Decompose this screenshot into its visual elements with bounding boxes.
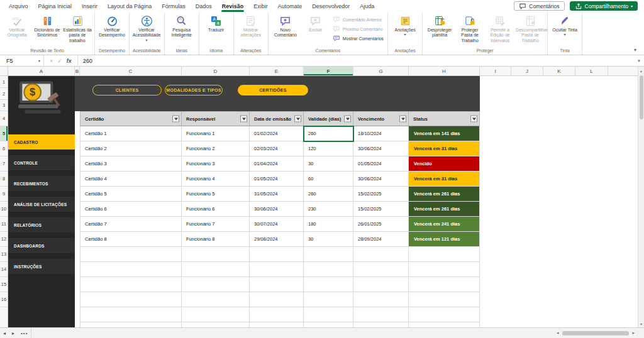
estatisticas-da-pasta-de-trabalho-button[interactable]: Estatísticas da pasta de trabalho	[62, 13, 92, 46]
table-cell[interactable]: Funcionário 5	[182, 187, 250, 202]
comments-button[interactable]: Comentários	[514, 1, 564, 11]
table-header-validade-dias[interactable]: Validade (dias)	[304, 111, 353, 126]
table-cell[interactable]	[250, 262, 304, 277]
status-badge[interactable]: Vencido	[409, 156, 480, 172]
table-cell[interactable]	[80, 277, 182, 292]
table-cell[interactable]	[250, 247, 304, 262]
horizontal-scrollbar[interactable]: ◂ ▸	[555, 328, 636, 338]
row-header-4[interactable]: 4	[0, 111, 8, 126]
column-header-a[interactable]: A	[8, 67, 75, 75]
table-cell[interactable]: Funcionário 6	[182, 202, 250, 217]
row-header-5[interactable]: 5	[0, 126, 8, 141]
table-cell[interactable]: 15/02/2025	[353, 202, 409, 217]
table-cell[interactable]	[250, 277, 304, 292]
column-header-l[interactable]: L	[575, 67, 608, 75]
column-header-i[interactable]: I	[480, 67, 511, 75]
sidebar-item-cadastro[interactable]: CADASTRO	[8, 134, 75, 150]
menu-tab-dados[interactable]: Dados	[191, 0, 217, 12]
table-cell[interactable]	[353, 277, 409, 292]
next-sheet-icon[interactable]: ▸	[9, 330, 18, 336]
table-cell[interactable]	[409, 322, 480, 327]
table-cell[interactable]: 26/01/2025	[353, 217, 409, 232]
table-cell[interactable]: Funcionário 3	[182, 156, 250, 172]
table-cell[interactable]: 30/06/2024	[353, 141, 409, 156]
filter-button-certidao[interactable]	[172, 116, 179, 123]
table-cell[interactable]: 60	[304, 172, 353, 187]
table-cell[interactable]: 02/03/2024	[250, 141, 304, 156]
column-header-e[interactable]: E	[250, 67, 304, 75]
table-cell[interactable]: Funcionário 7	[182, 217, 250, 232]
mostrar-comentarios-button[interactable]: Mostrar Comentários	[331, 35, 386, 42]
menu-tab-ajuda[interactable]: Ajuda	[355, 0, 379, 12]
table-cell[interactable]	[304, 292, 353, 307]
table-cell[interactable]: Certidão 6	[80, 202, 182, 217]
table-cell[interactable]: 28/09/2024	[353, 232, 409, 247]
filter-button-status[interactable]	[470, 116, 477, 123]
menu-tab-automate[interactable]: Automate	[273, 0, 308, 12]
column-header-c[interactable]: C	[80, 67, 182, 75]
sidebar-item-recebimentos[interactable]: RECEBIMENTOS	[8, 176, 75, 191]
active-cell[interactable]: 260	[304, 126, 353, 141]
anotacoes-button[interactable]: Anotações▾	[390, 13, 420, 46]
table-cell[interactable]	[304, 307, 353, 322]
table-cell[interactable]	[80, 262, 182, 277]
status-badge[interactable]: Vencerá em 241 dias	[409, 217, 480, 232]
status-badge[interactable]: Vencerá em 141 dias	[409, 126, 480, 141]
table-cell[interactable]	[304, 322, 353, 327]
table-cell[interactable]	[353, 307, 409, 322]
column-header-k[interactable]: K	[543, 67, 575, 75]
row-header-12[interactable]: 12	[0, 232, 8, 247]
table-cell[interactable]	[250, 322, 304, 327]
table-cell[interactable]: 260	[304, 187, 353, 202]
nav-pill-clientes[interactable]: CLIENTES	[92, 85, 162, 95]
select-all-corner[interactable]	[0, 67, 8, 76]
prev-sheet-icon[interactable]: ◂	[0, 330, 9, 336]
row-header-3[interactable]: 3	[0, 100, 8, 111]
share-button[interactable]: Compartilhamento ▾	[570, 1, 638, 11]
scroll-down-icon[interactable]: ▾	[638, 320, 644, 327]
ocultar-tinta-button[interactable]: Ocultar Tinta▾	[550, 13, 580, 46]
row-header-10[interactable]: 10	[0, 202, 8, 217]
table-cell[interactable]	[353, 292, 409, 307]
table-cell[interactable]: 30/06/2024	[353, 172, 409, 187]
scroll-right-icon[interactable]: ▸	[630, 330, 636, 335]
row-header-2[interactable]: 2	[0, 88, 8, 100]
column-header-f[interactable]: F	[304, 67, 353, 75]
table-cell[interactable]: 01/04/2024	[250, 156, 304, 172]
table-cell[interactable]: 31/05/2024	[250, 187, 304, 202]
novo-comentario-button[interactable]: Novo Comentário	[270, 13, 301, 46]
row-header-14[interactable]: 14	[0, 262, 8, 277]
table-cell[interactable]	[409, 292, 480, 307]
table-cell[interactable]	[250, 307, 304, 322]
table-cell[interactable]	[409, 307, 480, 322]
table-header-data-de-emissao[interactable]: Data de emissão	[250, 111, 304, 126]
status-badge[interactable]: Vencerá em 31 dias	[409, 141, 480, 156]
row-header-16[interactable]: 16	[0, 292, 8, 307]
menu-tab-formulas[interactable]: Fórmulas	[157, 0, 191, 12]
menu-tab-inserir[interactable]: Inserir	[77, 0, 103, 12]
table-cell[interactable]	[353, 247, 409, 262]
table-cell[interactable]: 120	[304, 141, 353, 156]
table-cell[interactable]	[182, 247, 250, 262]
nav-pill-modalidades-e-tipos[interactable]: MODALIDADES E TIPOS	[165, 85, 223, 95]
column-header-b[interactable]: B	[75, 67, 80, 75]
row-header-6[interactable]: 6	[0, 141, 8, 156]
table-cell[interactable]	[80, 307, 182, 322]
sidebar-item-controle[interactable]: CONTROLE	[8, 155, 75, 170]
table-header-vencimento[interactable]: Vencimento	[353, 111, 409, 126]
desproteger-planilha-button[interactable]: Desproteger planilha	[425, 13, 455, 46]
row-header-9[interactable]: 9	[0, 187, 8, 202]
table-cell[interactable]: 230	[304, 202, 353, 217]
table-cell[interactable]: 29/08/2024	[250, 232, 304, 247]
horizontal-scrollbar-thumb[interactable]	[562, 331, 630, 335]
table-cell[interactable]: 30	[304, 232, 353, 247]
table-cell[interactable]: 01/05/2024	[250, 172, 304, 187]
table-cell[interactable]	[304, 277, 353, 292]
dicionario-de-sinonimos-button[interactable]: Dicionário de Sinônimos	[32, 13, 62, 46]
table-cell[interactable]: Certidão 5	[80, 187, 182, 202]
table-cell[interactable]: 30	[304, 156, 353, 172]
row-header-7[interactable]: 7	[0, 156, 8, 172]
status-badge[interactable]: Vencerá em 121 dias	[409, 232, 480, 247]
menu-tab-arquivo[interactable]: Arquivo	[4, 0, 33, 12]
filter-button-vencimento[interactable]	[399, 116, 406, 123]
